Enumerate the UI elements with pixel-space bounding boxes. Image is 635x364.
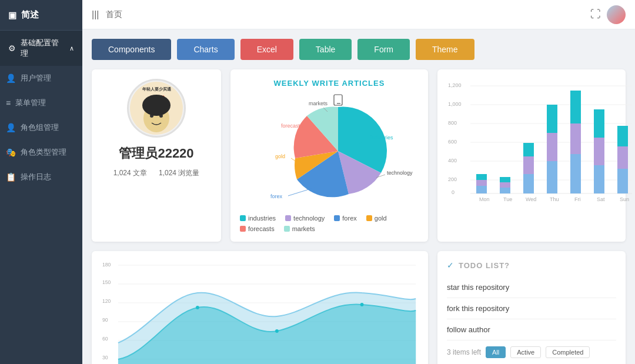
svg-rect-36 [500,188,510,193]
svg-rect-48 [570,154,581,193]
svg-point-81 [196,306,199,309]
svg-rect-50 [570,91,581,123]
sidebar-item-label: 角色组管理 [21,122,59,133]
profile-stats: 1,024 文章 1,024 浏览量 [113,168,200,178]
sidebar-item-role-type-mgmt[interactable]: 🎭 角色类型管理 [0,140,82,165]
svg-rect-38 [500,177,510,182]
technology-label: technology [293,215,325,222]
markets-dot [284,226,290,232]
svg-text:industries: industries [370,135,393,141]
table-button[interactable]: Table [299,39,352,60]
logo-icon: ▣ [8,10,16,21]
svg-rect-46 [547,105,557,133]
svg-text:0: 0 [452,189,454,195]
todo-footer: 3 items left All Active Completed [447,346,616,358]
svg-rect-49 [570,123,581,154]
svg-text:400: 400 [448,158,457,163]
todo-item-follow[interactable]: follow author [447,319,616,340]
svg-rect-42 [523,143,534,156]
bar-chart-wrap: 1,200 1,000 800 600 400 200 0 [447,79,616,208]
technology-dot [285,215,291,221]
face-svg [136,93,177,135]
avatar-image [607,5,626,24]
svg-rect-52 [594,165,604,193]
svg-text:60: 60 [102,336,108,342]
role-icon: 👤 [6,123,16,132]
role-type-icon: 🎭 [6,148,16,157]
sidebar-item-op-log[interactable]: 📋 操作日志 [0,165,82,189]
todo-item-fork[interactable]: fork this repository [447,298,616,319]
svg-point-83 [360,303,364,306]
svg-text:180: 180 [102,262,111,268]
header: ||| 首页 ⛶ [82,0,635,29]
articles-count: 1,024 文章 [113,168,147,178]
sidebar-item-label: 基础配置管理 [21,38,65,59]
todo-filter-active[interactable]: Active [510,346,541,358]
svg-rect-56 [617,169,628,193]
svg-rect-53 [594,138,604,165]
sidebar-item-user-mgmt[interactable]: 👤 用户管理 [0,66,82,91]
sidebar: ▣ 简述 ⚙ 基础配置管理 ∧ 👤 用户管理 ≡ 菜单管理 👤 角色组管理 🎭 … [0,0,82,364]
legend-forex: forex [334,215,356,222]
fullscreen-button[interactable]: ⛶ [590,8,601,21]
sidebar-item-menu-mgmt[interactable]: ≡ 菜单管理 [0,91,82,115]
svg-text:gold: gold [275,153,285,159]
svg-rect-44 [547,161,557,193]
excel-button[interactable]: Excel [240,39,293,60]
svg-text:Thu: Thu [550,196,559,202]
breadcrumb: 首页 [106,9,122,20]
svg-text:markets: markets [309,101,328,106]
svg-text:forex: forex [270,193,283,199]
svg-point-3 [142,95,171,116]
views-count: 1,024 浏览量 [159,168,199,178]
legend-gold: gold [366,215,387,222]
forex-label: forex [342,215,356,222]
svg-rect-34 [476,174,487,180]
todo-card: ✓ TODO LIST? star this repository fork t… [437,251,626,364]
form-button[interactable]: Form [357,39,410,60]
sidebar-item-role-mgmt[interactable]: 👤 角色组管理 [0,115,82,140]
todo-filter-completed[interactable]: Completed [546,346,590,358]
sidebar-item-basic-config[interactable]: ⚙ 基础配置管理 ∧ [0,31,82,66]
legend-technology: technology [285,215,325,222]
bar-chart-card: 1,200 1,000 800 600 400 200 0 [437,69,626,242]
line-chart-svg: 180 150 120 90 60 30 0 [101,261,419,364]
sidebar-item-label: 角色类型管理 [21,147,66,158]
svg-text:30: 30 [102,355,108,360]
header-right: ⛶ [590,5,626,24]
menu-icon: ≡ [6,98,11,108]
svg-text:technology: technology [387,170,413,176]
svg-rect-45 [547,133,557,161]
theme-button[interactable]: Theme [416,39,474,60]
pie-chart-title: WEEKLY WRITE ARTICLES [240,79,419,88]
charts-button[interactable]: Charts [177,39,234,60]
line-chart-card: 180 150 120 90 60 30 0 [92,251,428,364]
hamburger-icon[interactable]: ||| [92,9,99,20]
sidebar-item-label: 用户管理 [21,73,51,84]
logo-label: 简述 [21,9,39,21]
log-icon: 📋 [6,172,16,182]
sidebar-logo[interactable]: ▣ 简述 [0,0,82,31]
svg-rect-57 [617,146,628,169]
svg-rect-33 [476,180,487,186]
avatar[interactable] [607,5,626,24]
svg-text:600: 600 [448,139,457,145]
svg-rect-58 [617,126,628,146]
bottom-row: 180 150 120 90 60 30 0 [92,251,626,364]
gear-icon: ⚙ [8,44,16,53]
face-text: 年轻人要少买通 [142,86,171,92]
content-area: Components Charts Excel Table Form Theme… [82,29,635,364]
svg-rect-54 [594,109,604,138]
profile-avatar: 年轻人要少买通 多看书 [127,79,186,138]
components-button[interactable]: Components [92,39,171,60]
svg-text:Mon: Mon [479,196,490,202]
svg-text:120: 120 [102,298,111,304]
svg-line-9 [288,188,315,196]
chevron-up-icon: ∧ [69,45,74,52]
todo-filter-all[interactable]: All [486,346,506,358]
svg-text:Fri: Fri [574,196,581,202]
todo-item-star[interactable]: star this repository [447,277,616,298]
legend-forecasts: forecasts [240,225,275,232]
top-nav: Components Charts Excel Table Form Theme [92,39,626,60]
forex-dot [334,215,340,221]
